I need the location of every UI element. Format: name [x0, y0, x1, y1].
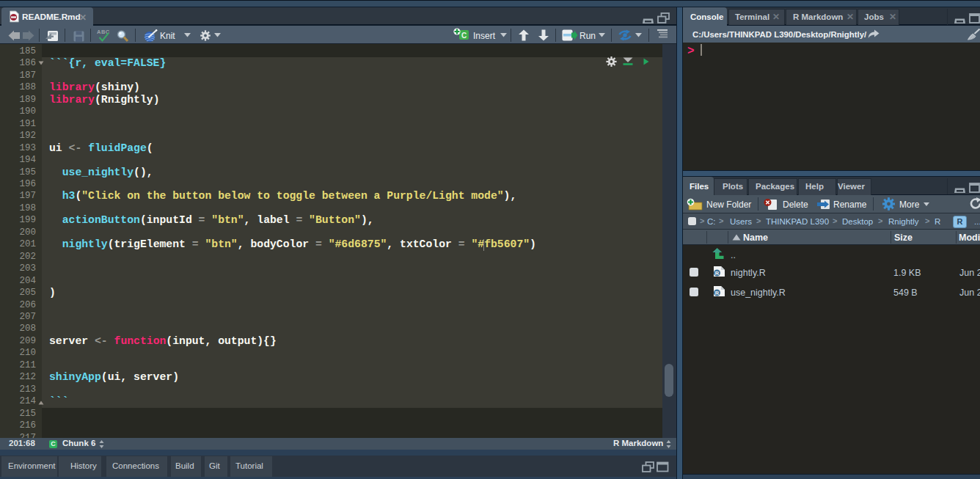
svg-text:R: R	[715, 290, 720, 296]
svg-text:C: C	[461, 32, 467, 40]
svg-text:R: R	[715, 270, 720, 277]
